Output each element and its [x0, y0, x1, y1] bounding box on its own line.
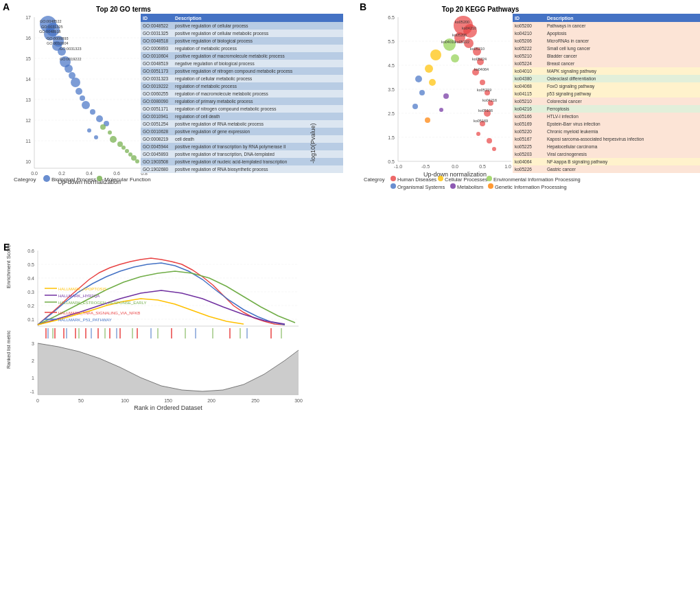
svg-text:ko04216: ko04216: [515, 106, 532, 111]
svg-text:ko05166: ko05166: [515, 114, 532, 119]
svg-text:positive regulation of macromo: positive regulation of macromolecule met…: [175, 54, 285, 59]
svg-text:regulation of cellular metabol: regulation of cellular metabolic process: [175, 76, 253, 82]
svg-text:-1: -1: [30, 389, 34, 394]
svg-text:GO:0048522: GO:0048522: [143, 23, 169, 28]
svg-text:1.0: 1.0: [504, 164, 511, 169]
svg-point-167: [443, 93, 449, 99]
svg-text:16: 16: [25, 36, 31, 41]
svg-text:ko05222: ko05222: [515, 46, 532, 51]
svg-text:GO:0019222: GO:0019222: [60, 57, 82, 61]
svg-text:50: 50: [78, 398, 84, 403]
panel-a-legend: Categroy Biological Process Molecular Fu…: [14, 175, 151, 183]
svg-text:Ranked list metric: Ranked list metric: [6, 330, 11, 369]
svg-text:-1.0: -1.0: [394, 164, 402, 169]
svg-text:regulation of metabolic proces: regulation of metabolic process: [175, 46, 237, 51]
svg-text:NF-kappa B signaling pathway: NF-kappa B signaling pathway: [547, 159, 608, 165]
svg-text:Osteoclast differentiation: Osteoclast differentiation: [547, 76, 596, 81]
panel-b-title: Top 20 KEGG Pathways: [442, 5, 520, 13]
svg-text:Viral carcinogenesis: Viral carcinogenesis: [547, 152, 587, 157]
svg-point-161: [429, 79, 436, 86]
svg-point-169: [425, 117, 430, 123]
svg-text:GO:0010941: GO:0010941: [143, 114, 169, 119]
svg-point-33: [82, 101, 90, 109]
svg-text:ko04210: ko04210: [462, 26, 476, 30]
svg-point-34: [90, 109, 95, 115]
svg-rect-240: [513, 128, 700, 135]
svg-text:11: 11: [25, 139, 31, 143]
svg-text:Bladder cancer: Bladder cancer: [547, 54, 578, 58]
svg-point-191: [450, 183, 456, 189]
svg-text:HALLMARK_TNFA_SIGNALING_VIA_NF: HALLMARK_TNFA_SIGNALING_VIA_NFKB: [58, 311, 140, 315]
svg-text:Metabolism: Metabolism: [457, 184, 483, 190]
svg-point-158: [492, 147, 496, 151]
bottom-row: E 0.6 0.5 0.4 0.3 0.2 0: [0, 240, 700, 406]
svg-text:ko05203: ko05203: [515, 152, 532, 157]
svg-text:GO:0019222: GO:0019222: [143, 84, 169, 89]
svg-text:13: 13: [25, 97, 31, 102]
svg-text:Biological Process: Biological Process: [51, 176, 96, 183]
svg-point-157: [487, 138, 492, 143]
svg-text:regulation of cell death: regulation of cell death: [175, 114, 220, 119]
svg-rect-213: [513, 60, 700, 67]
svg-text:Categroy: Categroy: [14, 176, 36, 183]
svg-text:4.5: 4.5: [388, 63, 395, 68]
svg-text:100: 100: [121, 398, 129, 403]
svg-text:ko05222: ko05222: [455, 40, 469, 44]
svg-point-47: [135, 159, 139, 163]
svg-text:negative regulation of biologi: negative regulation of biological proces…: [175, 61, 255, 67]
svg-text:GO:0010604: GO:0010604: [143, 54, 169, 58]
svg-rect-198: [513, 22, 700, 30]
svg-rect-231: [513, 105, 700, 113]
svg-text:Environmental Information Proc: Environmental Information Processing: [493, 176, 581, 183]
svg-point-185: [438, 176, 443, 181]
svg-point-183: [390, 176, 396, 181]
svg-text:regulation of primary metaboli: regulation of primary metabolic process: [175, 99, 253, 104]
svg-point-31: [75, 88, 82, 95]
svg-text:ko04064: ko04064: [515, 159, 532, 164]
panel-a: A Top 20 GO terms: [0, 0, 357, 197]
svg-point-28: [65, 65, 73, 73]
svg-text:ko05200: ko05200: [515, 23, 532, 28]
svg-text:Description: Description: [547, 16, 574, 21]
svg-text:GO:0010628: GO:0010628: [143, 129, 169, 134]
svg-text:0.5: 0.5: [479, 164, 486, 169]
svg-text:GO:0045944: GO:0045944: [143, 144, 169, 149]
svg-rect-87: [141, 82, 343, 90]
svg-text:GO:0006893: GO:0006893: [47, 36, 69, 41]
svg-text:positive regulation of nitroge: positive regulation of nitrogen compound…: [175, 69, 293, 74]
svg-point-159: [430, 49, 441, 60]
svg-text:positive regulation of biologi: positive regulation of biological proces…: [175, 38, 253, 44]
svg-text:Description: Description: [175, 16, 202, 21]
svg-text:GO:0051171: GO:0051171: [143, 106, 169, 111]
svg-text:ko05169: ko05169: [474, 119, 488, 123]
svg-rect-99: [141, 113, 343, 120]
svg-rect-234: [513, 113, 700, 120]
svg-text:Small cell lung cancer: Small cell lung cancer: [547, 46, 591, 51]
svg-text:GO:0060255: GO:0060255: [143, 91, 169, 96]
svg-text:0.2: 0.2: [58, 171, 65, 176]
svg-text:p53 signaling pathway: p53 signaling pathway: [547, 91, 592, 97]
svg-text:Hepatocellular carcinoma: Hepatocellular carcinoma: [547, 144, 598, 150]
svg-text:5.5: 5.5: [388, 39, 395, 44]
svg-text:0: 0: [36, 398, 39, 403]
svg-text:positive regulation of RNA bio: positive regulation of RNA biosynthetic …: [175, 167, 268, 172]
svg-text:ko04010: ko04010: [515, 69, 532, 73]
svg-point-40: [108, 130, 112, 135]
svg-text:3: 3: [32, 341, 34, 346]
svg-point-38: [94, 135, 98, 139]
svg-text:1: 1: [32, 376, 34, 380]
svg-rect-207: [513, 45, 700, 52]
svg-point-164: [415, 76, 422, 82]
svg-text:17: 17: [25, 15, 31, 20]
svg-text:Gastric cancer: Gastric cancer: [547, 167, 576, 172]
svg-text:regulation of macromolecule me: regulation of macromolecule metabolic pr…: [175, 91, 269, 97]
svg-text:ko05219: ko05219: [477, 88, 491, 92]
svg-text:Categroy: Categroy: [364, 176, 385, 183]
svg-text:6.5: 6.5: [388, 15, 395, 20]
svg-text:0.0: 0.0: [452, 164, 458, 169]
svg-text:0.2: 0.2: [27, 303, 34, 308]
svg-rect-222: [513, 82, 700, 90]
svg-text:0.4: 0.4: [86, 171, 93, 176]
svg-text:GO:0080090: GO:0080090: [143, 99, 169, 104]
svg-text:ko05224: ko05224: [472, 57, 487, 61]
